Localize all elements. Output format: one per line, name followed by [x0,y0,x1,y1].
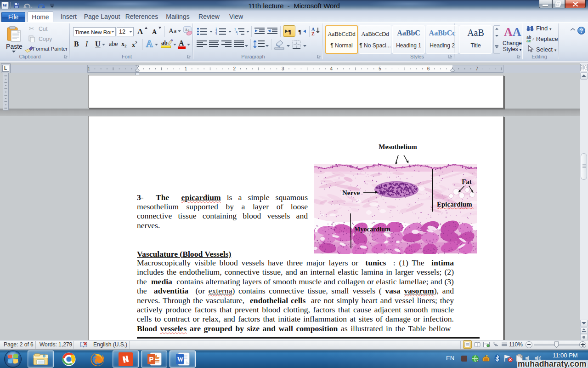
svg-text:Nerve: Nerve [342,189,360,196]
svg-text:3: 3 [282,66,284,71]
svg-text:Mesothelium: Mesothelium [379,143,417,150]
svg-text:Fat: Fat [462,178,472,185]
svg-text:P: P [149,355,154,363]
svg-text:4: 4 [330,66,333,71]
svg-text:i: i [237,33,237,35]
svg-text:1: 1 [185,66,187,71]
svg-text:6: 6 [427,66,430,71]
svg-text:ac: ac [526,39,531,42]
svg-text:7: 7 [475,66,478,71]
svg-text:¶: ¶ [288,28,291,34]
svg-text:¶: ¶ [298,28,301,34]
svg-text:Epicardium: Epicardium [437,201,472,208]
svg-text:1: 1 [88,66,90,71]
svg-text:5: 5 [379,66,381,71]
svg-text:Z: Z [311,31,315,36]
svg-text:3: 3 [215,33,217,35]
svg-text:W: W [177,356,184,363]
svg-text:Myocardium: Myocardium [354,225,390,233]
svg-text:2: 2 [233,66,236,71]
